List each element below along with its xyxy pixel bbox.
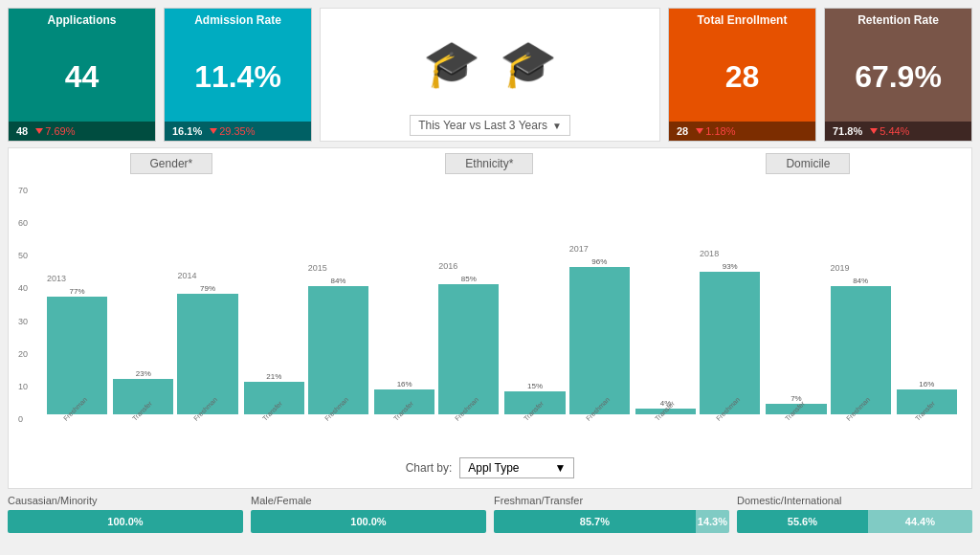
bar-item: 93%Freshman	[700, 262, 760, 424]
progress-bar-fill: 44.4%	[868, 510, 972, 533]
progress-card: Causasian/Minority100.0%	[8, 495, 243, 547]
progress-bar-fill: 100.0%	[8, 510, 243, 533]
year-label: 2019	[831, 263, 850, 273]
enrollment-footer: 28 1.18%	[669, 122, 815, 141]
bar-pct-label: 96%	[591, 257, 607, 266]
bar-fill	[177, 294, 237, 414]
bar-pct-label: 15%	[527, 382, 543, 390]
progress-label: Male/Female	[251, 495, 486, 506]
bars-container: 77%Freshman23%Transfer	[47, 287, 173, 424]
admission-trend-icon	[210, 128, 217, 134]
admission-footer: 16.1% 29.35%	[165, 122, 311, 141]
bar-item: 7%Transfer	[766, 394, 826, 424]
year-group: 201377%Freshman23%Transfer	[47, 274, 173, 424]
chart-section: Gender* Ethnicity* Domicile 010203040506…	[8, 147, 972, 489]
bars-container: 93%Freshman7%Transfer	[700, 262, 826, 424]
retention-trend-icon	[870, 128, 878, 134]
y-axis-label: 20	[18, 349, 28, 359]
retention-footer: 71.8% 5.44%	[825, 122, 971, 141]
bar-item: 4%Transfer	[635, 399, 696, 424]
year-label: 2016	[438, 261, 457, 271]
bar-fill	[700, 272, 760, 414]
y-axis-label: 70	[18, 186, 28, 195]
chart-by-row: Chart by: Appl Type ▼	[13, 453, 967, 483]
year-group: 201893%Freshman7%Transfer	[700, 249, 826, 424]
year-label: 2015	[308, 263, 327, 273]
progress-card: Male/Female100.0%	[251, 495, 486, 547]
admission-prev: 16.1%	[172, 125, 202, 137]
enrollment-trend-icon	[696, 128, 703, 134]
bar-fill	[438, 284, 499, 414]
kpi-enrollment: Total Enrollment 28 28 1.18%	[668, 8, 816, 142]
chart-by-select[interactable]: Appl Type ▼	[459, 457, 574, 478]
applications-value: 44	[9, 32, 155, 122]
year-group: 201796%Freshman4%Transfer	[569, 244, 696, 424]
progress-card: Freshman/Transfer85.7%14.3%	[494, 495, 729, 547]
bar-pct-label: 84%	[853, 277, 868, 285]
bar-pct-label: 16%	[919, 380, 934, 388]
bar-pct-label: 84%	[330, 277, 345, 285]
year-label: 2014	[177, 271, 196, 280]
enrollment-label: Total Enrollment	[669, 9, 815, 32]
chart-by-arrow: ▼	[554, 461, 566, 475]
progress-card: Domestic/International55.6%44.4%	[737, 495, 972, 547]
bar-item: 85%Freshman	[438, 275, 499, 424]
year-selector-label: This Year vs Last 3 Years	[418, 119, 547, 132]
progress-bar-container: 55.6%44.4%	[737, 510, 972, 533]
chart-headers: Gender* Ethnicity* Domicile	[13, 153, 967, 174]
bar-item: 84%Freshman	[831, 277, 891, 424]
applications-label: Applications	[9, 9, 155, 32]
bar-item: 16%Transfer	[897, 380, 957, 424]
bar-pct-label: 93%	[723, 262, 738, 271]
progress-bar-container: 100.0%	[8, 510, 243, 533]
bar-pct-label: 16%	[397, 380, 412, 388]
bars-container: 96%Freshman4%Transfer	[569, 257, 696, 424]
year-label: 2013	[47, 274, 66, 283]
retention-value: 67.9%	[825, 32, 971, 122]
progress-bar-fill: 85.7%	[494, 510, 696, 533]
enrollment-prev: 28	[677, 125, 688, 137]
bar-pct-label: 79%	[200, 284, 215, 293]
bar-pct-label: 21%	[266, 372, 281, 381]
kpi-retention: Retention Rate 67.9% 71.8% 5.44%	[824, 8, 972, 142]
center-panel: 🎓 🎓 This Year vs Last 3 Years ▼	[320, 8, 660, 142]
bars-container: 85%Freshman15%Transfer	[438, 275, 565, 424]
applications-trend-icon	[35, 128, 43, 134]
graduation-icons: 🎓 🎓	[423, 13, 557, 115]
year-group: 201584%Freshman16%Transfer	[308, 263, 434, 424]
chart-header-ethnicity: Ethnicity*	[445, 153, 533, 174]
progress-bar-container: 85.7%14.3%	[494, 510, 729, 533]
chart-header-domicile: Domicile	[766, 153, 850, 174]
admission-change: 29.35%	[210, 125, 255, 137]
bar-item: 16%Transfer	[374, 380, 434, 424]
chart-by-value: Appl Type	[468, 461, 519, 475]
admission-value: 11.4%	[165, 32, 311, 122]
y-axis-label: 60	[18, 218, 28, 228]
bar-fill	[47, 297, 107, 414]
year-group: 201685%Freshman15%Transfer	[438, 261, 565, 424]
progress-label: Causasian/Minority	[8, 495, 243, 506]
progress-bar-container: 100.0%	[251, 510, 486, 533]
progress-label: Freshman/Transfer	[494, 495, 729, 506]
bars-container: 84%Freshman16%Transfer	[831, 277, 957, 424]
y-axis-label: 40	[18, 283, 28, 293]
enrollment-value: 28	[669, 32, 815, 122]
year-selector[interactable]: This Year vs Last 3 Years ▼	[410, 115, 570, 136]
grad-icon-male: 🎓	[500, 37, 557, 91]
retention-label: Retention Rate	[825, 9, 971, 32]
bar-fill	[831, 286, 891, 414]
bar-item: 23%Transfer	[113, 369, 173, 424]
bar-pct-label: 77%	[70, 287, 85, 296]
bar-pct-label: 85%	[461, 275, 477, 283]
bar-item: 77%Freshman	[47, 287, 107, 424]
year-group: 201479%Freshman21%Transfer	[177, 271, 303, 424]
kpi-applications: Applications 44 48 7.69%	[8, 8, 156, 142]
bars-container: 84%Freshman16%Transfer	[308, 277, 434, 424]
bar-item: 96%Freshman	[569, 257, 630, 424]
kpi-admission: Admission Rate 11.4% 16.1% 29.35%	[164, 8, 312, 142]
year-label: 2018	[700, 249, 719, 258]
bar-fill	[308, 286, 368, 414]
bar-chart: 010203040506070 201377%Freshman23%Transf…	[13, 176, 967, 453]
progress-bar-fill: 14.3%	[696, 510, 729, 533]
bar-item: 84%Freshman	[308, 277, 368, 424]
